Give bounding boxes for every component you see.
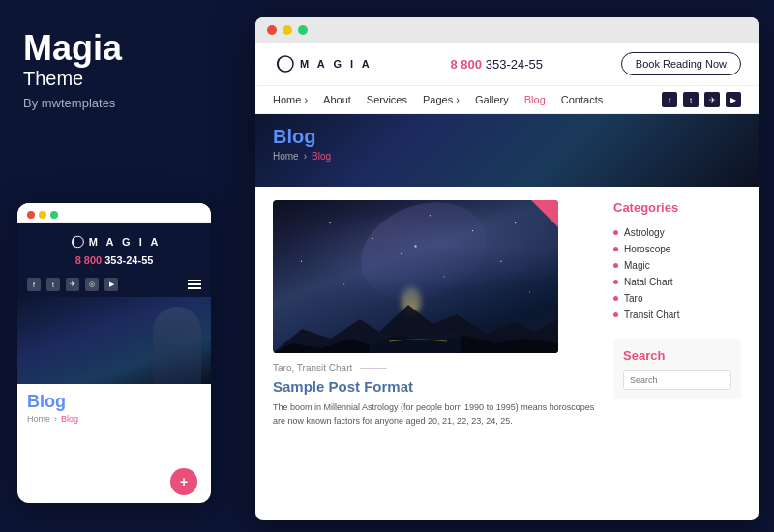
youtube-icon: ▶ [104, 278, 118, 291]
instagram-icon: ◎ [85, 278, 99, 291]
category-natal-chart[interactable]: Natal Chart [613, 274, 741, 290]
nav-social: f t ✈ ▶ [662, 92, 741, 107]
browser-chrome [255, 17, 759, 43]
brand-subtitle: Theme [23, 68, 217, 90]
nav-facebook-icon[interactable]: f [662, 92, 677, 107]
category-dot [613, 263, 618, 268]
mobile-crumb-home: Home [27, 414, 50, 424]
book-reading-button[interactable]: Book Reading Now [621, 52, 741, 75]
svg-rect-2 [370, 334, 461, 353]
hero-crumb-arrow: › [304, 151, 307, 162]
post-image-wrapper [273, 200, 558, 353]
site-logo-text: M A G I A [300, 58, 372, 70]
hamburger-line-2 [188, 283, 201, 285]
site-moon-icon [273, 53, 294, 74]
svg-point-0 [73, 236, 83, 247]
desktop-panel: M A G I A 8 800 353-24-55 Book Reading N… [240, 0, 774, 532]
mobile-phone: 8 800 353-24-55 [75, 254, 154, 266]
mobile-breadcrumb: Home › Blog [17, 412, 211, 429]
hero-breadcrumb: Home › Blog [273, 151, 331, 162]
mobile-logo: M A G I A [68, 233, 162, 251]
brand-title: Magia [23, 29, 217, 68]
nav-links: Home › About Services Pages › Gallery Bl… [273, 94, 603, 105]
mobile-fab-button[interactable]: + [170, 468, 197, 495]
site-hero: Blog Home › Blog [255, 114, 759, 187]
corner-bookmark [531, 200, 558, 227]
hamburger-line-1 [188, 280, 201, 281]
sidebar-categories: Categories Astrology Horoscope Magic [613, 200, 741, 323]
search-title: Search [623, 348, 731, 363]
mountain-silhouette [273, 285, 558, 353]
hamburger-icon[interactable] [188, 280, 201, 289]
category-dot [613, 280, 618, 284]
post-meta-divider [360, 368, 387, 369]
site-main: Taro, Transit Chart Sample Post Format T… [255, 187, 759, 441]
post-image [273, 200, 558, 353]
browser-window: M A G I A 8 800 353-24-55 Book Reading N… [255, 17, 759, 520]
category-astrology[interactable]: Astrology [613, 224, 741, 241]
site-logo: M A G I A [273, 53, 372, 74]
hero-content: Blog Home › Blog [273, 126, 331, 162]
phone-prefix: 8 800 [451, 57, 483, 72]
category-dot [613, 247, 618, 251]
post-title[interactable]: Sample Post Format [273, 378, 598, 395]
content-area: Taro, Transit Chart Sample Post Format T… [273, 200, 598, 428]
category-dot [613, 296, 618, 301]
left-panel: Magia Theme By mwtemplates M A G I A 8 8… [0, 0, 240, 532]
nav-link-contacts[interactable]: Contacts [561, 94, 603, 105]
svg-point-1 [278, 56, 293, 72]
site-phone: 8 800 353-24-55 [451, 57, 543, 72]
phone-number: 353-24-55 [486, 57, 543, 72]
sidebar: Categories Astrology Horoscope Magic [598, 200, 741, 428]
search-input[interactable] [624, 371, 731, 389]
post-excerpt: The boom in Millennial Astrology (for pe… [273, 401, 598, 428]
hero-blog-title: Blog [273, 126, 331, 148]
mobile-social-icons: f t ✈ ◎ ▶ [27, 278, 118, 291]
mobile-preview: M A G I A 8 800 353-24-55 f t ✈ ◎ ▶ [17, 203, 211, 503]
mobile-crumb-current: Blog [61, 414, 78, 424]
site-header: M A G I A 8 800 353-24-55 Book Reading N… [255, 43, 759, 86]
mobile-dot-yellow [39, 211, 46, 219]
mobile-hero-area [17, 297, 211, 384]
nav-telegram-icon[interactable]: ✈ [704, 92, 720, 107]
site-nav: Home › About Services Pages › Gallery Bl… [255, 86, 759, 114]
search-input-wrapper: Search [623, 370, 731, 390]
mobile-window-dots [27, 211, 58, 219]
post-meta: Taro, Transit Chart [273, 363, 598, 373]
facebook-icon: f [27, 278, 41, 291]
categories-title: Categories [613, 200, 741, 215]
nav-youtube-icon[interactable]: ▶ [726, 92, 741, 107]
browser-dot-yellow[interactable] [283, 25, 292, 35]
mobile-hero-person [153, 307, 201, 384]
nav-link-services[interactable]: Services [367, 94, 407, 105]
mobile-logo-area: M A G I A 8 800 353-24-55 [17, 223, 211, 274]
hero-crumb-home: Home [273, 151, 299, 162]
nav-link-blog[interactable]: Blog [524, 94, 546, 105]
telegram-icon: ✈ [66, 278, 79, 291]
nav-tumblr-icon[interactable]: t [683, 92, 699, 107]
mobile-dot-red [27, 211, 35, 219]
browser-dot-green[interactable] [298, 25, 308, 35]
mobile-crumb-arrow: › [54, 414, 57, 424]
category-taro[interactable]: Taro [613, 290, 741, 307]
brand-author: By mwtemplates [23, 96, 217, 110]
tumblr-icon: t [46, 278, 60, 291]
browser-dot-red[interactable] [267, 25, 277, 35]
nav-link-home[interactable]: Home › [273, 94, 308, 105]
mobile-browser-chrome [17, 203, 211, 223]
sidebar-search: Search Search [613, 339, 741, 399]
mobile-logo-text: M A G I A [89, 236, 162, 248]
mobile-dot-green [50, 211, 58, 219]
category-horoscope[interactable]: Horoscope [613, 241, 741, 257]
hero-crumb-current: Blog [312, 151, 331, 162]
category-transit-chart[interactable]: Transit Chart [613, 307, 741, 323]
nav-link-about[interactable]: About [323, 94, 351, 105]
category-dot [613, 312, 618, 317]
moon-icon [68, 233, 85, 251]
hamburger-line-3 [188, 287, 201, 289]
category-magic[interactable]: Magic [613, 257, 741, 274]
mobile-social-bar: f t ✈ ◎ ▶ [17, 274, 211, 297]
post-tag: Taro, Transit Chart [273, 363, 352, 373]
nav-link-pages[interactable]: Pages › [423, 94, 460, 105]
nav-link-gallery[interactable]: Gallery [475, 94, 509, 105]
